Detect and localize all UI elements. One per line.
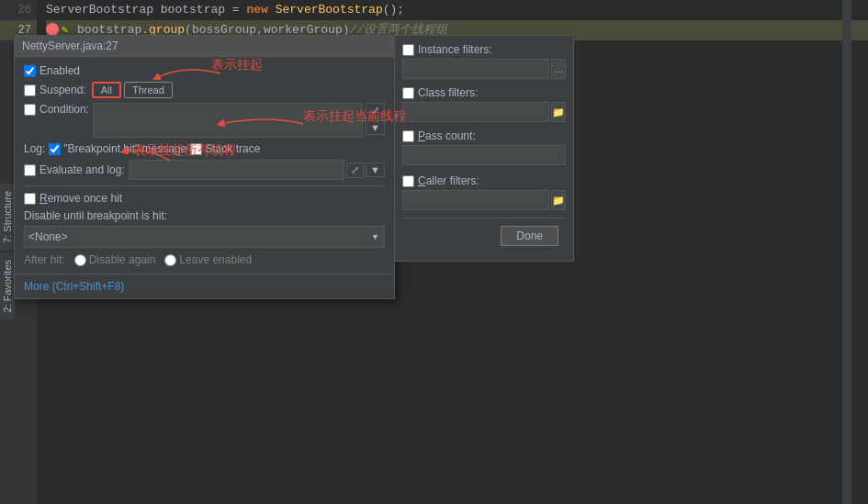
- expand-controls: ⤢ ▼: [366, 103, 385, 135]
- enabled-text: Enabled: [39, 64, 80, 77]
- divider-1: [24, 185, 385, 186]
- remove-checkbox[interactable]: [24, 193, 36, 205]
- log-message-text: "Breakpoint hit" message: [63, 142, 186, 155]
- eval-down-btn[interactable]: ▼: [366, 162, 385, 177]
- code-line-26: ServerBootstrap bootstrap = new ServerBo…: [46, 0, 868, 20]
- favorites-tab[interactable]: 2: Favorites: [0, 252, 15, 319]
- condition-input[interactable]: [93, 103, 363, 138]
- suspend-text: Suspend:: [39, 84, 86, 96]
- disable-label: Disable until breakpoint is hit:: [24, 209, 385, 222]
- pass-count-checkbox[interactable]: [402, 130, 414, 142]
- pass-count-input[interactable]: [402, 145, 566, 165]
- instance-filters-text: Instance filters:: [418, 43, 492, 56]
- expand-down-btn[interactable]: ▼: [366, 120, 385, 135]
- scrollbar-right[interactable]: [842, 0, 851, 504]
- instance-filters-input-row: …: [402, 59, 566, 79]
- suspend-label[interactable]: Suspend:: [24, 84, 86, 96]
- none-select-wrap: <None>: [24, 226, 385, 248]
- none-select[interactable]: <None>: [24, 226, 385, 248]
- caller-filters-text: Caller filters:: [418, 174, 479, 187]
- breakpoint-dialog: NettyServer.java:27 Enabled Suspend: All…: [14, 35, 395, 299]
- pass-count-section: Pass count:: [402, 129, 566, 167]
- evaluate-text: Evaluate and log:: [39, 163, 125, 176]
- done-button[interactable]: Done: [501, 226, 558, 246]
- done-row: Done: [402, 218, 566, 253]
- class-filters-input[interactable]: [402, 102, 549, 122]
- stack-trace-label[interactable]: Stack trace: [190, 142, 260, 155]
- remove-text: Remove once hit: [39, 192, 122, 205]
- class-filters-text: Class filters:: [418, 86, 478, 99]
- class-filters-checkbox[interactable]: [402, 87, 414, 99]
- after-hit-text: After hit:: [24, 253, 65, 266]
- after-hit-row: After hit: Disable again Leave enabled: [24, 253, 385, 266]
- dialog-title: NettyServer.java:27: [15, 36, 394, 57]
- instance-filters-label-row: Instance filters:: [402, 43, 566, 56]
- disable-again-label[interactable]: Disable again: [74, 253, 156, 266]
- stack-trace-checkbox[interactable]: [190, 143, 202, 155]
- breakpoint-dot: [46, 23, 59, 36]
- eval-expand-btn[interactable]: ⤢: [346, 162, 364, 178]
- suspend-button-group: All Thread: [92, 82, 173, 98]
- caller-filters-section: Caller filters: 📁: [402, 174, 566, 210]
- condition-checkbox[interactable]: [24, 104, 36, 116]
- evaluate-input[interactable]: [129, 160, 344, 180]
- remove-label[interactable]: Remove once hit: [24, 192, 122, 205]
- class-filters-section: Class filters: 📁: [402, 86, 566, 122]
- leave-enabled-text: Leave enabled: [179, 253, 252, 266]
- instance-filters-browse-btn[interactable]: …: [551, 59, 566, 79]
- condition-label[interactable]: Condition:: [24, 103, 89, 116]
- disable-again-text: Disable again: [89, 253, 156, 266]
- more-link[interactable]: More (Ctrl+Shift+F8): [15, 274, 394, 298]
- instance-filters-checkbox[interactable]: [402, 44, 414, 56]
- suspend-row: Suspend: All Thread: [24, 82, 385, 98]
- caller-filters-label-row: Caller filters:: [402, 174, 566, 187]
- disable-again-radio[interactable]: [74, 254, 86, 266]
- instance-filters-input[interactable]: [402, 59, 549, 79]
- thread-button[interactable]: Thread: [124, 82, 173, 98]
- caller-filters-input-row: 📁: [402, 190, 566, 210]
- evaluate-row: Evaluate and log: ⤢ ▼: [24, 160, 385, 180]
- dialog-body: Enabled Suspend: All Thread Condition: ⤢: [15, 57, 394, 274]
- class-filters-browse-btn[interactable]: 📁: [551, 102, 566, 122]
- log-message-checkbox[interactable]: [49, 143, 61, 155]
- suspend-checkbox[interactable]: [24, 84, 36, 96]
- all-button[interactable]: All: [92, 82, 121, 98]
- pass-count-label-row: Pass count:: [402, 129, 566, 142]
- leave-enabled-label[interactable]: Leave enabled: [164, 253, 252, 266]
- structure-tab[interactable]: 7: Structure: [0, 184, 15, 251]
- condition-row: Condition: ⤢ ▼: [24, 103, 385, 138]
- expand-up-btn[interactable]: ⤢: [366, 103, 385, 118]
- enabled-checkbox[interactable]: [24, 65, 36, 77]
- stack-trace-text: Stack trace: [205, 142, 260, 155]
- evaluate-label[interactable]: Evaluate and log:: [24, 163, 125, 176]
- class-filters-input-row: 📁: [402, 102, 566, 122]
- log-message-label[interactable]: "Breakpoint hit" message: [49, 142, 186, 155]
- evaluate-checkbox[interactable]: [24, 164, 36, 176]
- instance-filters-section: Instance filters: …: [402, 43, 566, 79]
- leave-enabled-radio[interactable]: [164, 254, 176, 266]
- dialog-right-panel: Instance filters: … Class filters: 📁 Pas…: [395, 35, 574, 262]
- class-filters-label-row: Class filters:: [402, 86, 566, 99]
- line-26: 26: [0, 0, 37, 20]
- enabled-row: Enabled: [24, 64, 385, 77]
- evaluate-input-wrap: ⤢ ▼: [129, 160, 385, 180]
- enabled-label[interactable]: Enabled: [24, 64, 80, 77]
- log-row: Log: "Breakpoint hit" message Stack trac…: [24, 142, 385, 155]
- caller-filters-input[interactable]: [402, 190, 549, 210]
- remove-row: Remove once hit: [24, 192, 385, 205]
- log-text: Log:: [24, 142, 45, 155]
- caller-filters-browse-btn[interactable]: 📁: [551, 190, 566, 210]
- condition-text: Condition:: [39, 103, 89, 116]
- pass-count-text: Pass count:: [418, 129, 476, 142]
- caller-filters-checkbox[interactable]: [402, 175, 414, 187]
